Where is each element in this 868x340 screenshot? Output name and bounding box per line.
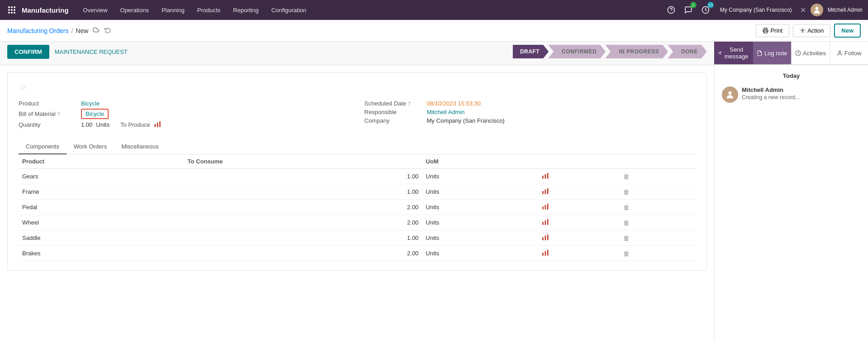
scheduled-date-value[interactable]: 08/10/2023 15:53:30 <box>427 100 481 107</box>
td-delete-5[interactable]: 🗑 <box>620 246 696 261</box>
chatter-msg-body: Mitchell Admin Creating a new record... <box>742 86 861 103</box>
top-nav: Manufacturing Overview Operations Planni… <box>0 0 868 20</box>
td-chart-3[interactable] <box>538 215 620 230</box>
delete-icon-1[interactable]: 🗑 <box>623 188 630 196</box>
form-fields: Product Bicycle Bill of Material ? Bicyc… <box>19 100 696 130</box>
table-row: Saddle 1.00 Units 🗑 <box>19 230 696 246</box>
nav-planning[interactable]: Planning <box>156 5 190 15</box>
activities-button[interactable]: Activities <box>791 42 830 64</box>
td-chart-4[interactable] <box>538 230 620 246</box>
chart-icon-1[interactable] <box>542 188 549 196</box>
chat-icon[interactable]: 1 <box>682 4 695 16</box>
new-button[interactable]: New <box>834 24 861 38</box>
app-grid-icon[interactable] <box>5 4 18 16</box>
log-note-button[interactable]: Log note <box>753 42 791 64</box>
td-delete-3[interactable]: 🗑 <box>620 215 696 230</box>
td-uom-4: Units <box>422 230 538 246</box>
quantity-value-group: 1.00 Units To Produce <box>81 121 161 129</box>
td-delete-1[interactable]: 🗑 <box>620 184 696 200</box>
print-button[interactable]: Print <box>756 24 789 37</box>
td-consume-2: 2.00 <box>184 200 422 215</box>
nav-products[interactable]: Products <box>192 5 226 15</box>
td-delete-2[interactable]: 🗑 <box>620 200 696 215</box>
close-icon[interactable]: ✕ <box>800 6 806 14</box>
scheduled-date-label: Scheduled Date ? <box>364 100 423 107</box>
quantity-label: Quantity <box>19 121 77 128</box>
to-produce-label: To Produce <box>120 121 150 128</box>
delete-icon-3[interactable]: 🗑 <box>623 219 630 226</box>
action-button[interactable]: Action <box>793 24 830 37</box>
clock-icon[interactable]: 13 <box>699 4 712 16</box>
svg-rect-12 <box>159 121 161 127</box>
chatter-avatar <box>722 86 738 103</box>
nav-reporting[interactable]: Reporting <box>228 5 264 15</box>
breadcrumb-separator: / <box>71 27 73 34</box>
td-uom-1: Units <box>422 184 538 200</box>
table-row: Gears 1.00 Units 🗑 <box>19 169 696 184</box>
nav-configuration[interactable]: Configuration <box>266 5 311 15</box>
svg-rect-13 <box>542 176 544 179</box>
avatar[interactable] <box>811 4 823 16</box>
chart-icon-5[interactable] <box>542 250 549 257</box>
tab-miscellaneous[interactable]: Miscellaneous <box>114 139 166 154</box>
responsible-value[interactable]: Mitchell Admin <box>427 109 465 115</box>
support-icon[interactable] <box>665 4 677 16</box>
cloud-icon[interactable] <box>91 26 101 35</box>
td-delete-0[interactable]: 🗑 <box>620 169 696 184</box>
company-row: Company My Company (San Francisco) <box>364 117 696 124</box>
chart-icon-4[interactable] <box>542 235 549 242</box>
admin-name: Mitchell Admin <box>828 7 863 13</box>
step-done[interactable]: DONE <box>668 45 707 58</box>
quantity-value[interactable]: 1.00 <box>81 121 92 128</box>
td-product-2: Pedal <box>19 200 184 215</box>
product-value[interactable]: Bicycle <box>81 100 100 107</box>
delete-icon-2[interactable]: 🗑 <box>623 204 630 211</box>
breadcrumb-parent[interactable]: Manufacturing Orders <box>7 27 68 34</box>
follow-button[interactable]: Follow <box>830 42 868 64</box>
to-produce-chart-icon[interactable] <box>154 121 161 129</box>
step-in-progress[interactable]: IN PROGRESS <box>605 45 668 58</box>
components-table: Product To Consume UoM Gears 1.00 Units <box>19 154 696 261</box>
breadcrumb: Manufacturing Orders / New <box>7 26 752 35</box>
td-product-5: Brakes <box>19 246 184 261</box>
td-chart-2[interactable] <box>538 200 620 215</box>
tab-components[interactable]: Components <box>19 139 67 154</box>
svg-rect-20 <box>545 205 546 210</box>
chart-icon-3[interactable] <box>542 219 549 226</box>
company-label: Company <box>364 117 423 124</box>
responsible-label: Responsible <box>364 109 423 115</box>
confirm-button[interactable]: CONFIRM <box>7 45 49 59</box>
td-uom-3: Units <box>422 215 538 230</box>
chatter-area: Today Mitchell Admin Creating a new reco… <box>714 65 868 340</box>
maintenance-link[interactable]: MAINTENANCE REQUEST <box>55 48 128 55</box>
chart-icon-0[interactable] <box>542 173 549 180</box>
table-row: Brakes 2.00 Units 🗑 <box>19 246 696 261</box>
svg-point-5 <box>802 30 803 31</box>
delete-icon-4[interactable]: 🗑 <box>623 235 630 242</box>
nav-operations[interactable]: Operations <box>115 5 155 15</box>
delete-icon-5[interactable]: 🗑 <box>623 250 630 257</box>
company-value: My Company (San Francisco) <box>427 117 505 124</box>
bom-help[interactable]: ? <box>57 111 60 117</box>
td-chart-1[interactable] <box>538 184 620 200</box>
favorite-star[interactable]: ☆ <box>19 82 696 93</box>
scheduled-date-help[interactable]: ? <box>408 101 410 106</box>
send-message-button[interactable]: Send message <box>714 42 753 64</box>
delete-icon-0[interactable]: 🗑 <box>623 173 630 180</box>
svg-rect-15 <box>547 173 548 179</box>
td-chart-0[interactable] <box>538 169 620 184</box>
step-draft[interactable]: DRAFT <box>513 45 548 58</box>
chart-icon-2[interactable] <box>542 204 549 211</box>
nav-overview[interactable]: Overview <box>77 5 113 15</box>
tab-work-orders[interactable]: Work Orders <box>67 139 114 154</box>
bom-value[interactable]: Bicycle <box>81 109 109 119</box>
th-to-consume: To Consume <box>184 154 422 169</box>
svg-rect-19 <box>542 206 544 210</box>
product-row: Product Bicycle <box>19 100 350 107</box>
td-chart-5[interactable] <box>538 246 620 261</box>
refresh-icon[interactable] <box>103 26 113 35</box>
step-confirmed[interactable]: CONFIRMED <box>548 45 606 58</box>
svg-rect-25 <box>542 237 544 240</box>
clock-badge: 13 <box>707 2 714 8</box>
td-delete-4[interactable]: 🗑 <box>620 230 696 246</box>
